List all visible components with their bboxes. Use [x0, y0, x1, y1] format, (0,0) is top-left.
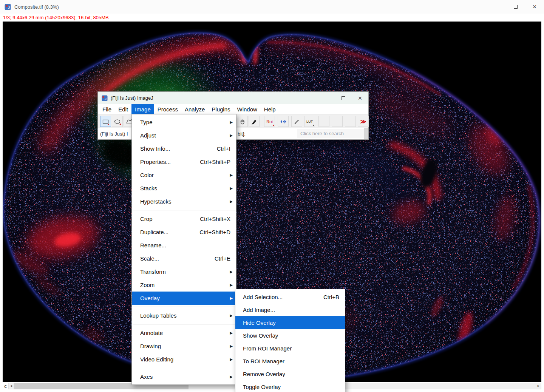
rectangle-tool-button[interactable] [100, 116, 111, 127]
main-window-titlebar: J Composite.tif (8.3%) × [0, 0, 544, 14]
hand-tool-button[interactable] [237, 116, 248, 127]
overlay-submenu: Add Selection...Ctrl+BAdd Image...Hide O… [235, 289, 345, 392]
pencil-icon [293, 118, 301, 125]
imagej-menubar: FileEditImageProcessAnalyzePluginsWindow… [98, 104, 368, 114]
menu-item-rename[interactable]: Rename... [132, 239, 236, 252]
menu-item-show-info[interactable]: Show Info...Ctrl+I [132, 142, 236, 155]
menu-item-label: Add Selection... [243, 294, 283, 300]
menu-item-label: Duplicate... [140, 229, 168, 235]
menu-item-hyperstacks[interactable]: Hyperstacks▶ [132, 195, 236, 208]
more-tools-button[interactable]: ≫ [358, 116, 369, 127]
menu-item-remove-overlay[interactable]: Remove Overlay [235, 367, 345, 380]
status-text-right: bit]; [238, 131, 246, 137]
scroll-left-icon: ◀ [10, 384, 12, 387]
close-button[interactable]: × [525, 0, 544, 14]
imagej-app-icon: J [5, 4, 11, 10]
menu-image[interactable]: Image [131, 104, 154, 114]
menu-item-label: Lookup Tables [140, 312, 176, 319]
imagej-close-button[interactable]: × [352, 92, 368, 104]
empty-tool-slot[interactable] [332, 116, 343, 127]
menu-item-hide-overlay[interactable]: Hide Overlay [235, 316, 345, 329]
menu-process[interactable]: Process [154, 104, 181, 114]
menu-item-shortcut: Ctrl+B [323, 294, 345, 300]
statusbar-grip [364, 128, 368, 139]
menu-file[interactable]: File [99, 104, 115, 114]
menu-item-label: Drawing [140, 343, 161, 349]
menu-item-toggle-overlay[interactable]: Toggle Overlay [235, 380, 345, 392]
submenu-arrow-icon: ▶ [230, 199, 236, 204]
close-icon: × [358, 95, 362, 102]
close-icon: × [533, 3, 537, 10]
menu-item-add-selection[interactable]: Add Selection...Ctrl+B [235, 290, 345, 303]
menu-item-color[interactable]: Color▶ [132, 168, 236, 182]
oval-tool-button[interactable] [112, 116, 123, 127]
menu-item-adjust[interactable]: Adjust▶ [132, 129, 236, 142]
menu-item-lookup-tables[interactable]: Lookup Tables▶ [132, 309, 236, 322]
menu-plugins[interactable]: Plugins [208, 104, 233, 114]
menu-edit[interactable]: Edit [115, 104, 131, 114]
empty-tool-slot[interactable] [318, 116, 329, 127]
menu-item-label: Transform [140, 269, 166, 275]
menu-item-label: Properties... [140, 159, 171, 165]
menu-item-label: Hyperstacks [140, 198, 172, 205]
imagej-window-controls: × [318, 92, 368, 104]
menu-help[interactable]: Help [261, 104, 279, 114]
menu-item-duplicate[interactable]: Duplicate...Ctrl+Shift+D [132, 225, 236, 239]
svg-text:J: J [8, 6, 10, 9]
imagej-maximize-button[interactable] [335, 92, 352, 104]
scroll-right-button[interactable]: ▶ [536, 383, 541, 389]
submenu-arrow-icon: ▶ [230, 173, 236, 177]
sync-tool-button[interactable] [278, 116, 289, 127]
lut-tool-button[interactable]: LUT [304, 116, 315, 127]
scroll-right-icon: ▶ [538, 384, 539, 387]
more-tools-label: ≫ [360, 118, 366, 125]
menu-item-stacks[interactable]: Stacks▶ [132, 182, 236, 195]
roi-tool-button[interactable]: Roi [264, 116, 275, 127]
empty-tool-slot[interactable] [345, 116, 356, 127]
menu-item-scale[interactable]: Scale...Ctrl+E [132, 252, 236, 265]
menu-item-from-roi-manager[interactable]: From ROI Manager [235, 342, 345, 355]
menu-separator [133, 324, 235, 324]
menu-item-show-overlay[interactable]: Show Overlay [235, 329, 345, 342]
menu-item-properties[interactable]: Properties...Ctrl+Shift+P [132, 155, 236, 168]
menu-item-type[interactable]: Type▶ [132, 116, 236, 129]
dropdown-corner-icon [272, 124, 274, 126]
menu-item-annotate[interactable]: Annotate▶ [132, 326, 236, 340]
maximize-icon [514, 5, 518, 9]
menu-item-to-roi-manager[interactable]: To ROI Manager [235, 355, 345, 367]
menu-item-transform[interactable]: Transform▶ [132, 265, 236, 278]
menu-item-label: Toggle Overlay [243, 384, 281, 390]
menu-item-crop[interactable]: CropCtrl+Shift+X [132, 212, 236, 225]
search-input[interactable] [297, 129, 366, 138]
menu-item-drawing[interactable]: Drawing▶ [132, 340, 236, 353]
oval-icon [114, 118, 121, 125]
maximize-button[interactable] [506, 0, 525, 14]
minimize-button[interactable] [487, 0, 506, 14]
menu-analyze[interactable]: Analyze [181, 104, 208, 114]
menu-window[interactable]: Window [234, 104, 261, 114]
minimize-icon [325, 98, 329, 98]
scroll-left-button[interactable]: ◀ [8, 383, 14, 389]
image-menu-dropdown: Type▶Adjust▶Show Info...Ctrl+IProperties… [131, 114, 236, 385]
menu-item-zoom[interactable]: Zoom▶ [132, 278, 236, 292]
menu-item-add-image[interactable]: Add Image... [235, 303, 345, 316]
menu-item-label: Show Info... [140, 145, 170, 152]
imagej-minimize-button[interactable] [318, 92, 335, 104]
submenu-arrow-icon: ▶ [230, 133, 236, 137]
menu-item-video-editing[interactable]: Video Editing▶ [132, 353, 236, 366]
channel-slider-label: c [3, 383, 8, 389]
roi-tool-label: Roi [266, 119, 273, 124]
dropdown-corner-icon [312, 124, 314, 126]
pencil-tool-button[interactable] [291, 116, 302, 127]
menu-item-overlay[interactable]: Overlay▶ [132, 292, 236, 305]
submenu-arrow-icon: ▶ [230, 186, 236, 190]
menu-item-shortcut: Ctrl+Shift+X [200, 216, 236, 222]
menu-item-shortcut: Ctrl+Shift+D [199, 229, 236, 235]
brush-tool-button[interactable] [249, 116, 260, 127]
menu-item-axes[interactable]: Axes▶ [132, 370, 236, 383]
rectangle-icon [102, 118, 110, 125]
menu-item-label: Crop [140, 216, 153, 222]
imagej-titlebar: J (Fiji Is Just) ImageJ × [98, 92, 368, 104]
submenu-arrow-icon: ▶ [230, 120, 236, 124]
menu-separator [133, 307, 235, 307]
